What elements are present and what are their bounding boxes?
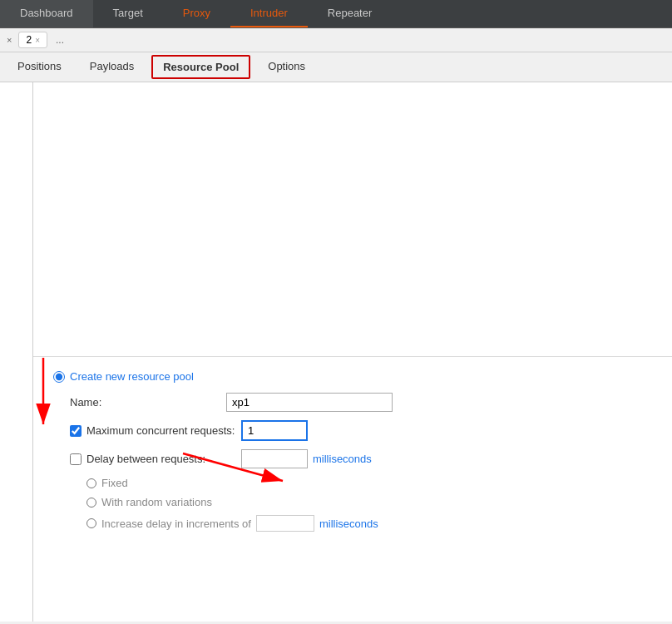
random-radio-row: With random variations (86, 496, 652, 508)
increment-input[interactable] (256, 515, 314, 532)
delay-between-row: Delay between requests: milliseconds (53, 449, 652, 468)
main-content: Create new resource pool Name: Maximum c… (0, 82, 672, 622)
max-concurrent-input[interactable] (241, 420, 308, 441)
tab-options[interactable]: Options (254, 52, 319, 82)
tab-more[interactable]: ... (51, 32, 69, 47)
create-new-radio-row: Create new resource pool (53, 370, 652, 383)
delay-between-input[interactable] (241, 449, 308, 468)
random-label: With random variations (101, 496, 212, 508)
create-new-radio[interactable] (53, 371, 65, 383)
delay-between-checkbox[interactable] (70, 453, 82, 465)
nav-target[interactable]: Target (93, 0, 163, 27)
milliseconds-label-1: milliseconds (313, 453, 372, 465)
nav-proxy[interactable]: Proxy (163, 0, 230, 27)
increment-radio[interactable] (86, 518, 96, 528)
fixed-radio[interactable] (86, 478, 96, 488)
tab-number-label: 2 (26, 34, 32, 46)
tab-resource-pool[interactable]: Resource Pool (151, 55, 250, 79)
delay-between-label: Delay between requests: (86, 453, 236, 465)
name-field-row: Name: (53, 393, 652, 412)
name-label: Name: (70, 396, 220, 409)
increment-radio-row: Increase delay in increments of millisec… (86, 515, 652, 532)
create-new-label: Create new resource pool (70, 370, 194, 383)
right-panel: Create new resource pool Name: Maximum c… (33, 82, 672, 622)
increment-label: Increase delay in increments of (101, 518, 251, 530)
left-panel (0, 82, 33, 622)
max-concurrent-checkbox[interactable] (70, 425, 82, 437)
name-input[interactable] (226, 393, 393, 412)
tab-close-button[interactable]: × (35, 36, 40, 45)
nav-repeater[interactable]: Repeater (308, 0, 392, 27)
top-nav: Dashboard Target Proxy Intruder Repeater (0, 0, 672, 28)
nav-intruder[interactable]: Intruder (230, 0, 308, 27)
tab-positions[interactable]: Positions (3, 52, 76, 82)
nav-dashboard[interactable]: Dashboard (0, 0, 93, 27)
max-concurrent-label: Maximum concurrent requests: (86, 424, 236, 437)
empty-area (33, 82, 672, 357)
tab-number[interactable]: 2 × (18, 32, 47, 48)
milliseconds-label-2: milliseconds (319, 518, 378, 530)
tab-payloads[interactable]: Payloads (76, 52, 148, 82)
fixed-radio-row: Fixed (86, 477, 652, 489)
fixed-label: Fixed (101, 477, 128, 489)
resource-pool-section: Create new resource pool Name: Maximum c… (33, 357, 672, 552)
sub-tab-row: Positions Payloads Resource Pool Options (0, 52, 672, 82)
random-radio[interactable] (86, 498, 96, 508)
max-concurrent-row: Maximum concurrent requests: (53, 420, 652, 441)
delay-options-group: Fixed With random variations Increase de… (53, 477, 652, 532)
tab-row: × 2 × ... (0, 28, 672, 52)
tab-close-x[interactable]: × (3, 33, 15, 47)
